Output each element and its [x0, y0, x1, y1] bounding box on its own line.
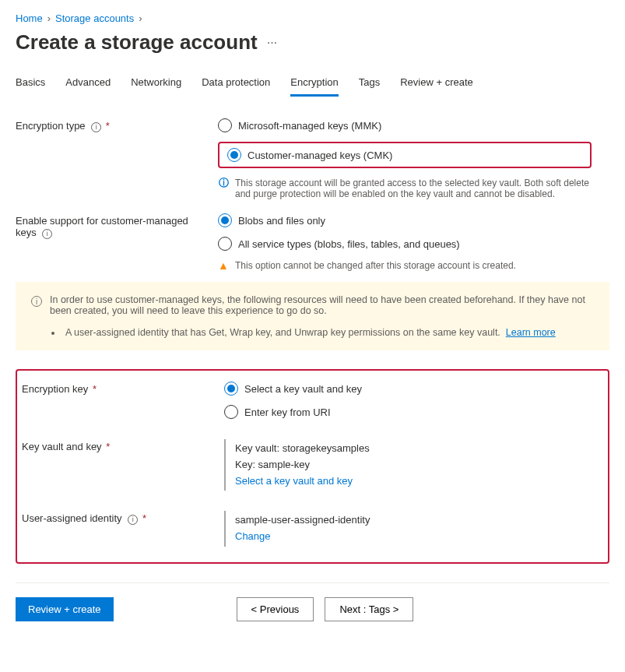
tab-encryption[interactable]: Encryption [290, 76, 338, 97]
encryption-key-label: Encryption key * [22, 382, 224, 419]
previous-button[interactable]: < Previous [237, 597, 314, 621]
info-icon[interactable]: i [128, 515, 138, 525]
breadcrumb-storage[interactable]: Storage accounts [55, 12, 134, 24]
keyvault-label: Key vault and key * [22, 439, 224, 491]
learn-more-link[interactable]: Learn more [506, 327, 556, 338]
key-value: Key: sample-key [235, 457, 370, 473]
enable-support-label: Enable support for customer-managed keys… [16, 213, 218, 271]
review-create-button[interactable]: Review + create [16, 597, 114, 621]
more-icon[interactable]: ⋯ [267, 37, 278, 48]
info-icon: ⓘ [218, 178, 229, 188]
change-identity-link[interactable]: Change [235, 530, 271, 542]
cmk-info: ⓘ This storage account will be granted a… [218, 178, 592, 199]
info-icon[interactable]: i [91, 122, 101, 132]
chevron-right-icon: › [47, 12, 51, 24]
radio-circle-icon [218, 237, 232, 251]
footer-buttons: Review + create < Previous Next : Tags > [16, 597, 609, 621]
tab-tags[interactable]: Tags [359, 76, 380, 97]
identity-label: User-assigned identity i * [22, 511, 224, 547]
warning-icon: ▲ [218, 260, 229, 271]
radio-cmk[interactable]: Customer-managed keys (CMK) [227, 148, 392, 162]
radio-circle-icon [224, 382, 238, 396]
info-icon: i [31, 296, 42, 307]
radio-circle-icon [224, 405, 238, 419]
radio-circle-icon [227, 148, 241, 162]
radio-all-services[interactable]: All service types (blobs, files, tables,… [218, 237, 516, 251]
radio-mmk[interactable]: Microsoft-managed keys (MMK) [218, 118, 592, 132]
encryption-type-label: Encryption type i * [16, 118, 218, 199]
radio-circle-icon [218, 213, 232, 227]
highlight-cmk: Customer-managed keys (CMK) [218, 142, 592, 168]
tab-advanced[interactable]: Advanced [65, 76, 111, 97]
info-icon[interactable]: i [42, 229, 52, 239]
chevron-right-icon: › [139, 12, 142, 24]
support-warning: ▲ This option cannot be changed after th… [218, 260, 516, 271]
page-title: Create a storage account [16, 30, 258, 55]
next-button[interactable]: Next : Tags > [325, 597, 413, 621]
tab-basics[interactable]: Basics [16, 76, 45, 97]
tab-data-protection[interactable]: Data protection [202, 76, 270, 97]
tabs: Basics Advanced Networking Data protecti… [16, 76, 609, 97]
radio-circle-icon [218, 118, 232, 132]
identity-value: sample-user-assigned-identity [235, 512, 370, 529]
radio-blobs-files[interactable]: Blobs and files only [218, 213, 516, 227]
radio-enter-uri[interactable]: Enter key from URI [224, 405, 362, 419]
breadcrumb-home[interactable]: Home [16, 12, 43, 24]
prerequisite-callout: i In order to use customer-managed keys,… [16, 282, 609, 350]
radio-select-keyvault[interactable]: Select a key vault and key [224, 382, 362, 396]
separator [16, 582, 609, 583]
tab-review-create[interactable]: Review + create [400, 76, 473, 97]
tab-networking[interactable]: Networking [131, 76, 181, 97]
keyvault-value: Key vault: storagekeysamples [235, 441, 370, 457]
breadcrumb: Home › Storage accounts › [16, 12, 609, 24]
highlight-encryption-key-section: Encryption key * Select a key vault and … [16, 369, 609, 564]
select-keyvault-link[interactable]: Select a key vault and key [235, 475, 353, 487]
